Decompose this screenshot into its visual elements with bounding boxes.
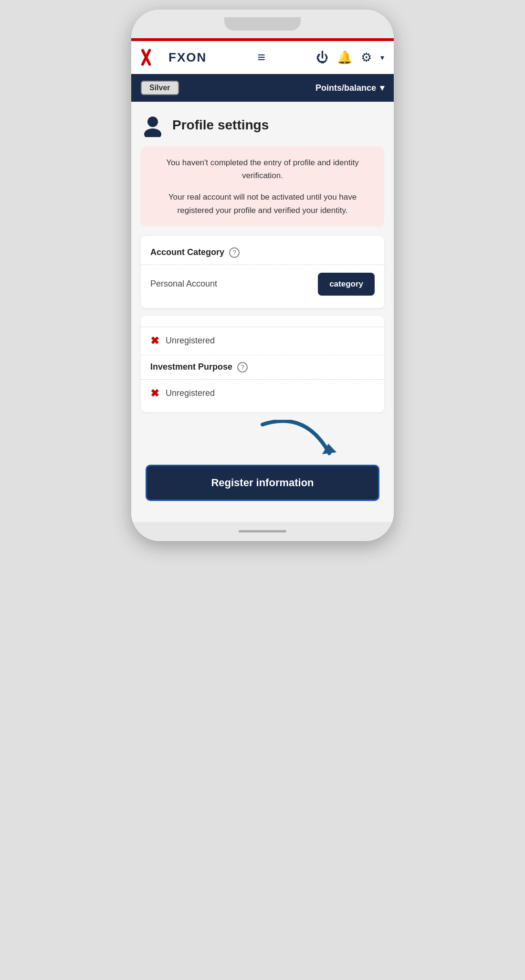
registration-status-card: ✖ Unregistered Investment Purpose ? ✖ Un… [141,316,384,412]
power-icon[interactable]: ⏻ [316,50,328,65]
settings-gear-icon[interactable]: ⚙ [361,50,372,65]
account-category-card: Account Category ? Personal Account cate… [141,236,384,308]
logo: FXON [141,49,207,66]
investment-purpose-x-icon: ✖ [150,387,159,400]
register-button-wrapper: Register information [141,460,384,511]
arrow-container [141,420,384,458]
header-chevron-icon[interactable]: ▾ [380,53,384,62]
profile-header: Profile settings [141,113,384,137]
home-indicator [239,530,286,533]
account-category-label: Account Category [150,247,224,257]
phone-top [131,10,394,38]
investment-purpose-label: Investment Purpose [150,362,232,372]
notification-bell-icon[interactable]: 🔔 [337,50,352,65]
points-balance-button[interactable]: Points/balance ▾ [315,83,384,93]
curved-arrow-icon [248,420,344,458]
tier-badge: Silver [141,81,179,95]
page-title: Profile settings [172,117,269,133]
account-category-row: Personal Account category [141,265,384,303]
warning-box: You haven't completed the entry of profi… [141,147,384,226]
avatar [141,113,165,137]
investment-purpose-unregistered-row: ✖ Unregistered [141,380,384,407]
investment-purpose-help-icon[interactable]: ? [237,362,248,373]
hamburger-menu-icon[interactable]: ≡ [257,51,265,64]
register-information-button[interactable]: Register information [146,465,379,501]
main-content: Profile settings You haven't completed t… [131,102,394,522]
category-button[interactable]: category [318,273,375,296]
warning-text-line2: Your real account will not be activated … [150,191,375,216]
svg-point-4 [144,128,161,137]
points-chevron-icon: ▾ [380,83,384,93]
account-category-status: Unregistered [166,336,215,346]
warning-text-line1: You haven't completed the entry of profi… [150,156,375,182]
phone-frame: FXON ≡ ⏻ 🔔 ⚙ ▾ Silver Points/balance ▾ [131,10,394,541]
points-bar: Silver Points/balance ▾ [131,74,394,102]
svg-point-3 [147,117,158,127]
phone-bottom [131,522,394,541]
unregistered-x-icon: ✖ [150,335,159,347]
header-actions: ⏻ 🔔 ⚙ ▾ [316,50,384,65]
avatar-icon [141,113,165,137]
investment-purpose-header: Investment Purpose ? [141,355,384,380]
brand-name: FXON [168,50,207,65]
account-category-unregistered-row: ✖ Unregistered [141,327,384,355]
account-category-value: Personal Account [150,279,217,289]
app-header: FXON ≡ ⏻ 🔔 ⚙ ▾ [131,41,394,74]
logo-icon [141,49,165,66]
phone-notch [224,17,301,31]
account-category-header: Account Category ? [141,241,384,265]
investment-purpose-status: Unregistered [166,388,215,398]
points-label: Points/balance [315,83,376,93]
account-category-help-icon[interactable]: ? [229,247,240,258]
